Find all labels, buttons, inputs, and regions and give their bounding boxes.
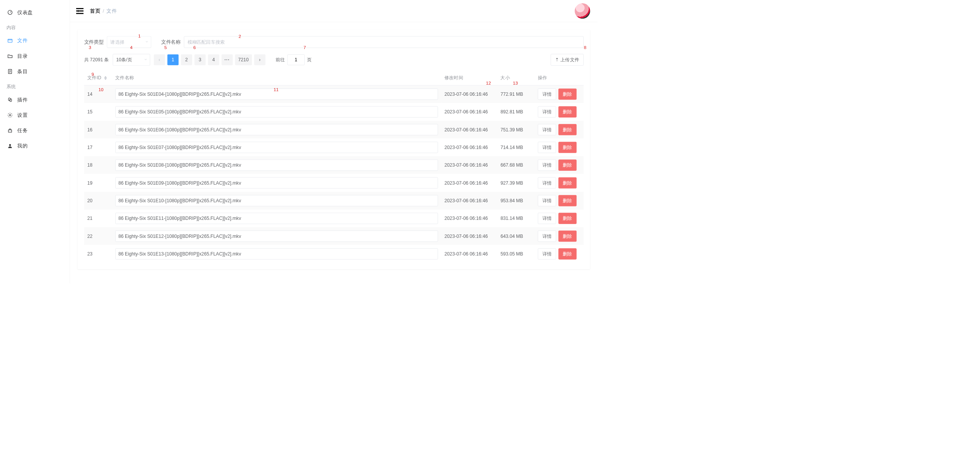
detail-button[interactable]: 详情	[538, 142, 556, 153]
delete-button[interactable]: 删除	[559, 213, 577, 224]
table-row: 142023-07-06 06:16:46772.91 MB详情删除	[84, 85, 584, 103]
delete-button[interactable]: 删除	[559, 106, 577, 117]
file-name-input[interactable]	[115, 231, 438, 242]
folder-icon	[7, 38, 13, 44]
upload-button[interactable]: ⇡ 上传文件	[551, 54, 584, 65]
sidebar-toggle[interactable]	[76, 7, 84, 15]
detail-button[interactable]: 详情	[538, 213, 556, 224]
cell-mtime: 2023-07-06 06:16:46	[441, 192, 497, 210]
pager-page-3[interactable]: 3	[194, 54, 206, 65]
cell-size: 714.14 MB	[497, 139, 535, 156]
nav-directory[interactable]: 目录	[0, 48, 70, 64]
col-name: 文件名称	[112, 70, 441, 85]
file-name-input[interactable]	[115, 248, 438, 259]
nav-files[interactable]: 文件	[0, 33, 70, 48]
nav-settings[interactable]: 设置	[0, 108, 70, 123]
col-id[interactable]: 文件ID	[84, 70, 112, 85]
cell-mtime: 2023-07-06 06:16:46	[441, 174, 497, 192]
pager-page-2[interactable]: 2	[181, 54, 192, 65]
svg-point-5	[9, 115, 11, 116]
main: 首页 / 文件 1 2 3 4 5 6 7 8 9 10 11 12 13	[70, 0, 598, 283]
nav-section-content: 内容	[0, 20, 70, 33]
cell-name	[112, 174, 441, 192]
pager-next[interactable]: ›	[254, 54, 265, 65]
svg-point-6	[9, 144, 11, 146]
detail-button[interactable]: 详情	[538, 231, 556, 242]
cell-size: 772.91 MB	[497, 85, 535, 103]
detail-button[interactable]: 详情	[538, 177, 556, 188]
nav-my[interactable]: 我的	[0, 138, 70, 154]
nav-entries[interactable]: 条目	[0, 64, 70, 79]
nav-files-label: 文件	[17, 37, 28, 44]
filter-name-label: 文件名称	[161, 39, 181, 45]
cell-name	[112, 121, 441, 138]
pager-more[interactable]: ···	[222, 54, 233, 65]
nav-my-label: 我的	[17, 142, 28, 149]
filter-type-select[interactable]: 请选择	[107, 36, 151, 48]
cell-ops: 详情删除	[534, 121, 583, 138]
table-row: 162023-07-06 06:16:46751.39 MB详情删除	[84, 121, 584, 138]
jump-input[interactable]	[287, 54, 305, 65]
delete-button[interactable]: 删除	[559, 231, 577, 242]
delete-button[interactable]: 删除	[559, 88, 577, 100]
file-name-input[interactable]	[115, 124, 438, 135]
cell-ops: 详情删除	[534, 192, 583, 210]
cell-id: 21	[84, 210, 112, 227]
nav-settings-label: 设置	[17, 111, 28, 118]
breadcrumb-home[interactable]: 首页	[90, 8, 100, 15]
cell-name	[112, 156, 441, 174]
cell-id: 14	[84, 85, 112, 103]
page-size-select[interactable]: 10条/页	[113, 54, 150, 65]
cell-ops: 详情删除	[534, 245, 583, 263]
detail-button[interactable]: 详情	[538, 124, 556, 135]
cell-id: 20	[84, 192, 112, 210]
pager: ‹ 1 2 3 4 ··· 7210 ›	[154, 54, 265, 65]
file-name-input[interactable]	[115, 88, 438, 100]
cell-name	[112, 85, 441, 103]
detail-button[interactable]: 详情	[538, 106, 556, 117]
file-name-input[interactable]	[115, 195, 438, 206]
cell-name	[112, 227, 441, 245]
table-row: 152023-07-06 06:16:46892.81 MB详情删除	[84, 103, 584, 121]
nav-plugins[interactable]: 插件	[0, 92, 70, 107]
file-name-input[interactable]	[115, 106, 438, 117]
filter-name-input[interactable]	[184, 36, 584, 48]
nav-plugins-label: 插件	[17, 96, 28, 103]
nav-dashboard[interactable]: 仪表盘	[0, 5, 70, 20]
delete-button[interactable]: 删除	[559, 124, 577, 135]
cell-id: 18	[84, 156, 112, 174]
cell-ops: 详情删除	[534, 85, 583, 103]
nav-tasks[interactable]: 任务	[0, 123, 70, 138]
delete-button[interactable]: 删除	[559, 248, 577, 259]
nav-section-system: 系统	[0, 79, 70, 92]
file-name-input[interactable]	[115, 142, 438, 153]
pager-page-1[interactable]: 1	[167, 54, 178, 65]
col-ops: 操作	[534, 70, 583, 85]
file-name-input[interactable]	[115, 213, 438, 224]
breadcrumb-current[interactable]: 文件	[106, 8, 117, 15]
pager-page-4[interactable]: 4	[208, 54, 219, 65]
cell-id: 17	[84, 139, 112, 156]
pager-last[interactable]: 7210	[235, 54, 252, 65]
delete-button[interactable]: 删除	[559, 177, 577, 188]
tasks-icon	[7, 128, 13, 134]
avatar[interactable]	[575, 3, 590, 19]
file-name-input[interactable]	[115, 159, 438, 170]
detail-button[interactable]: 详情	[538, 248, 556, 259]
sidebar: 仪表盘 内容 文件 目录 条目 系统 插件 设置 任务 我的	[0, 0, 70, 283]
cell-name	[112, 139, 441, 156]
delete-button[interactable]: 删除	[559, 142, 577, 153]
cell-name	[112, 103, 441, 121]
detail-button[interactable]: 详情	[538, 195, 556, 206]
entries-icon	[7, 69, 13, 75]
detail-button[interactable]: 详情	[538, 88, 556, 100]
detail-button[interactable]: 详情	[538, 159, 556, 170]
cell-name	[112, 192, 441, 210]
pager-prev[interactable]: ‹	[154, 54, 165, 65]
breadcrumb-sep: /	[103, 8, 104, 14]
cell-size: 643.04 MB	[497, 227, 535, 245]
file-name-input[interactable]	[115, 177, 438, 188]
cell-mtime: 2023-07-06 06:16:46	[441, 85, 497, 103]
delete-button[interactable]: 删除	[559, 159, 577, 170]
delete-button[interactable]: 删除	[559, 195, 577, 206]
